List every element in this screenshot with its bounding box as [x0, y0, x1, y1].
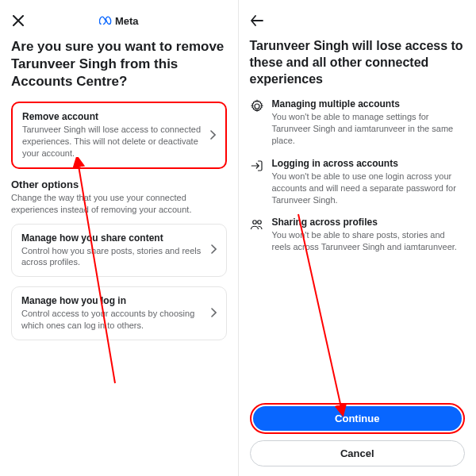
info-desc: You won't be able to manage settings for…	[272, 111, 466, 147]
chevron-right-icon	[209, 129, 216, 143]
back-icon[interactable]	[250, 13, 264, 28]
continue-button[interactable]: Continue	[253, 406, 463, 431]
meta-brand: Meta	[25, 15, 213, 27]
login-title: Manage how you log in	[21, 295, 204, 306]
other-options-sub: Change the way that you use your connect…	[11, 192, 227, 216]
info-item-login: Logging in across accounts You won't be …	[250, 158, 466, 206]
manage-login-card[interactable]: Manage how you log in Control access to …	[11, 286, 227, 340]
login-icon	[250, 159, 264, 173]
page-title: Tarunveer Singh will lose access to thes…	[250, 38, 466, 87]
info-desc: You won't be able to use one login acros…	[272, 171, 466, 206]
share-title: Manage how you share content	[21, 232, 204, 244]
info-title: Sharing across profiles	[272, 217, 466, 228]
page-title: Are you sure you want to remove Tarunvee…	[11, 38, 227, 90]
lose-access-pane: Tarunveer Singh will lose access to thes…	[239, 0, 477, 476]
share-desc: Control how you share posts, stories and…	[21, 245, 204, 269]
info-item-accounts: Managing multiple accounts You won't be …	[250, 98, 466, 147]
gear-icon	[250, 99, 264, 113]
login-desc: Control access to your accounts by choos…	[21, 308, 204, 332]
people-icon	[250, 217, 264, 232]
remove-account-card[interactable]: Remove account Tarunveer Singh will lose…	[11, 102, 227, 169]
chevron-right-icon	[210, 306, 217, 321]
remove-desc: Tarunveer Singh will lose access to conn…	[22, 124, 203, 159]
header: Meta	[11, 10, 227, 32]
chevron-right-icon	[210, 243, 217, 257]
close-icon[interactable]	[11, 13, 25, 28]
cancel-button[interactable]: Cancel	[250, 440, 466, 466]
brand-text: Meta	[115, 15, 139, 27]
remove-title: Remove account	[22, 111, 203, 122]
other-options-label: Other options	[11, 178, 227, 190]
info-title: Managing multiple accounts	[272, 98, 466, 109]
remove-confirm-pane: Meta Are you sure you want to remove Tar…	[0, 0, 239, 476]
manage-share-card[interactable]: Manage how you share content Control how…	[11, 224, 227, 278]
info-desc: You won't be able to share posts, storie…	[272, 229, 466, 253]
info-title: Logging in across accounts	[272, 158, 466, 169]
info-item-sharing: Sharing across profiles You won't be abl…	[250, 217, 466, 253]
header	[250, 10, 466, 32]
